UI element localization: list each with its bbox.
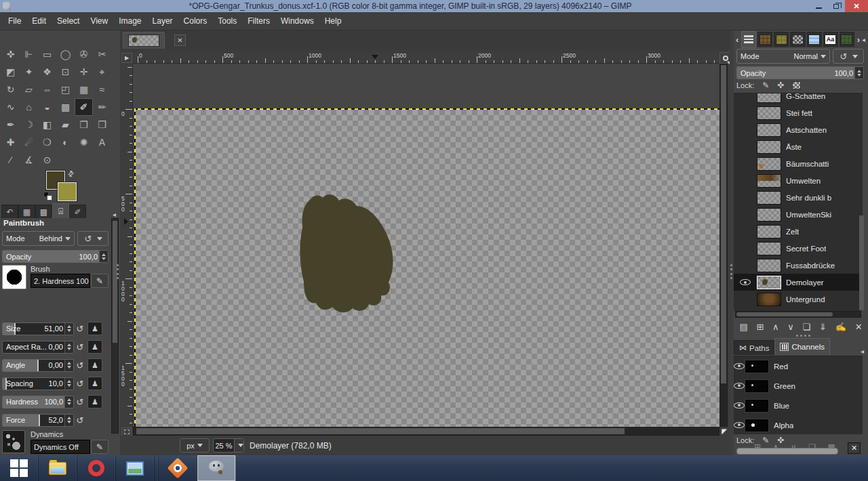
tool-ellipse-select[interactable]: ◯	[56, 45, 75, 63]
link-dynamics-button[interactable]: ♟	[87, 395, 102, 409]
layer-row[interactable]: Sehr dunkli b	[734, 189, 863, 206]
minimize-button[interactable]	[810, 0, 827, 12]
channel-row[interactable]: Red	[734, 356, 863, 376]
layer-mode-dropdown[interactable]: Mode Normal	[736, 49, 830, 64]
layer-row[interactable]: Untergrund	[734, 291, 863, 308]
menu-colors[interactable]: Colors	[178, 13, 213, 29]
dialog-tab-images[interactable]	[840, 32, 854, 47]
default-colors-icon[interactable]	[43, 192, 53, 201]
dialog-tab-fonts[interactable]: Aa	[823, 32, 838, 47]
zoom-dropdown[interactable]	[234, 439, 243, 452]
edit-dynamics-button[interactable]: ✎	[91, 440, 108, 454]
link-dynamics-button[interactable]: ♟	[87, 377, 102, 390]
slider-spinner[interactable]	[64, 360, 73, 371]
layers-vertical-scrollbar[interactable]	[859, 93, 865, 311]
layer-name[interactable]: UmweltenSki	[786, 211, 831, 219]
tool-ink[interactable]: ✒	[1, 116, 20, 133]
slider-spinner[interactable]	[64, 396, 73, 408]
right-splitter-grip[interactable]	[730, 264, 733, 279]
slider-spinner[interactable]	[64, 341, 73, 353]
layer-name[interactable]: Fussabdrücke	[786, 262, 835, 270]
layer-row[interactable]: Astschatten	[734, 121, 863, 138]
slider-spinner[interactable]	[64, 415, 73, 426]
tool-blur-sharpen[interactable]: ❍	[38, 133, 56, 151]
menu-edit[interactable]: Edit	[26, 13, 52, 29]
merge-down-button[interactable]: ⇓	[819, 322, 827, 332]
panel-resize-grip[interactable]	[796, 335, 811, 337]
layer-mode-history-group[interactable]: ↺	[833, 49, 864, 64]
duplicate-layer-button[interactable]: ❏	[803, 322, 811, 332]
eye-icon[interactable]	[734, 422, 745, 428]
tool-select-by-color[interactable]: ❖	[38, 63, 56, 81]
menu-windows[interactable]: Windows	[275, 13, 319, 29]
taskbar-gimp[interactable]	[197, 455, 236, 481]
lower-layer-button[interactable]: ∨	[787, 322, 794, 332]
visibility-cell[interactable]	[734, 382, 745, 390]
layer-name[interactable]: Stei fett	[786, 109, 812, 117]
eye-icon[interactable]	[740, 279, 751, 285]
slider-hardness[interactable]: Hardness100,0	[2, 396, 74, 409]
close-button[interactable]: ✕	[845, 0, 868, 12]
visibility-cell[interactable]	[734, 421, 745, 430]
channel-name[interactable]: Alpha	[774, 421, 793, 430]
layer-name[interactable]: Secret Foot	[786, 245, 826, 253]
new-layer-button[interactable]: ▤	[739, 322, 747, 332]
menu-select[interactable]: Select	[52, 13, 85, 29]
opacity-slider-control[interactable]: Opacity100,0	[2, 250, 108, 263]
mode-history-group[interactable]: ↺	[77, 231, 108, 246]
tool-fuzzy-select[interactable]: ✦	[20, 63, 38, 81]
visibility-cell[interactable]	[734, 402, 745, 410]
layer-row[interactable]: Secret Foot	[734, 240, 863, 257]
canvas-horizontal-scrollbar[interactable]	[133, 427, 719, 436]
tool-scissors-select[interactable]: ✂	[93, 45, 111, 63]
slider-force[interactable]: Force52,0	[2, 414, 74, 427]
dynamics-thumbnail[interactable]	[2, 430, 25, 453]
menu-filters[interactable]: Filters	[242, 13, 275, 29]
brush-thumbnail[interactable]	[2, 265, 26, 289]
delete-channel-button[interactable]: ✕	[848, 442, 861, 454]
menu-image[interactable]: Image	[113, 13, 146, 29]
tool-shear[interactable]: ▱	[20, 81, 38, 98]
reset-icon[interactable]: ↺	[74, 361, 86, 370]
tool-bucket-fill[interactable]: ◒	[38, 98, 56, 116]
layer-name[interactable]: Zelt	[786, 228, 799, 236]
image-tab-close-button[interactable]: ✕	[174, 35, 186, 46]
tool-heal[interactable]: ✚	[1, 133, 20, 151]
tool-pencil[interactable]: ✏	[93, 98, 111, 116]
visibility-cell[interactable]	[734, 279, 757, 285]
dynamics-name[interactable]: Dynamics Off	[31, 440, 90, 454]
layer-row[interactable]: Fussabdrücke	[734, 257, 863, 274]
tool-align[interactable]: ⊩	[20, 45, 38, 63]
layer-name[interactable]: G-Schatten	[786, 93, 825, 100]
tool-perspective-clone[interactable]: ❒	[93, 116, 111, 133]
layer-row[interactable]: Stei fett	[734, 104, 863, 121]
maximize-button[interactable]	[827, 0, 845, 12]
slider-spacing[interactable]: Spacing10,0	[2, 377, 74, 390]
layer-name[interactable]: Untergrund	[786, 295, 825, 304]
tool-free-select[interactable]: ✇	[75, 45, 93, 63]
dialog-tab-checker[interactable]	[790, 32, 805, 47]
dock-tab-paint-editor[interactable]: ✐	[69, 205, 86, 218]
layer-name[interactable]: Umwelten	[786, 177, 821, 185]
swap-colors-icon[interactable]: ⇄	[66, 169, 77, 180]
tool-foreground-select[interactable]: ◩	[1, 63, 20, 81]
tool-gradient[interactable]: ∿	[1, 98, 20, 116]
layer-name[interactable]: Astschatten	[786, 126, 827, 134]
reset-icon[interactable]: ↺	[74, 325, 86, 333]
menu-view[interactable]: View	[85, 13, 113, 29]
slider-spinner[interactable]	[854, 67, 863, 79]
layer-row[interactable]: Demolayer	[734, 274, 863, 291]
canvas-menu-button[interactable]: ▶	[121, 53, 132, 63]
link-dynamics-button[interactable]: ♟	[87, 340, 102, 354]
image-tab[interactable]	[123, 32, 165, 49]
tool-dodge-burn[interactable]: ◐	[56, 133, 75, 151]
layer-name[interactable]: Sehr dunkli b	[786, 194, 831, 202]
dock-tab-undo-history[interactable]: ↶	[1, 205, 18, 218]
eye-icon[interactable]	[734, 363, 745, 369]
channel-name[interactable]: Green	[774, 382, 795, 390]
layers-horizontal-scrollbar[interactable]	[735, 311, 861, 318]
raise-layer-button[interactable]: ∧	[772, 322, 779, 332]
brush-name[interactable]: 2. Hardness 100	[31, 274, 90, 288]
horizontal-ruler[interactable]: 050010001500200025003000	[133, 52, 719, 64]
channel-name[interactable]: Red	[774, 362, 788, 371]
